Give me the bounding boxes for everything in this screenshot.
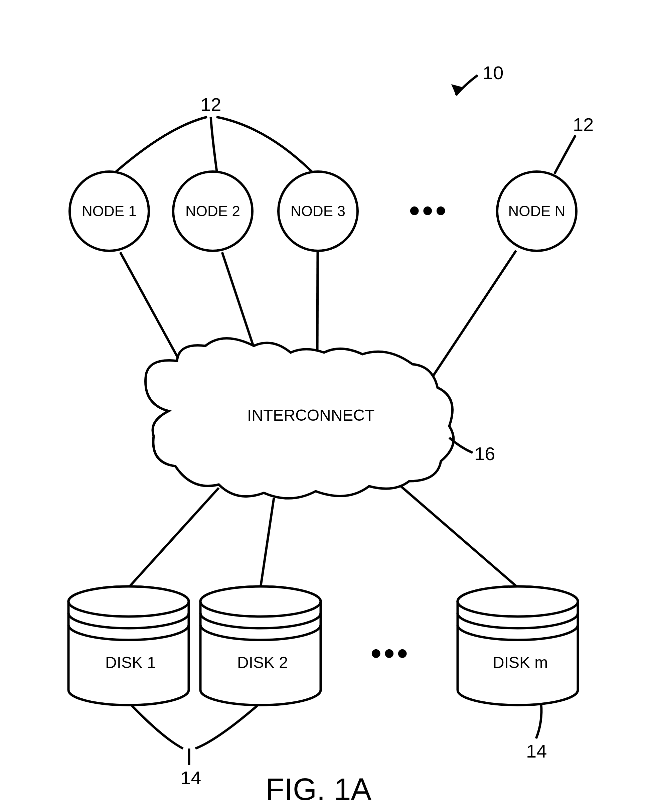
figure-caption: FIG. 1A — [266, 772, 371, 807]
diagram-canvas: 10 12 12 NODE 1 NODE 2 NODE 3 ••• NODE N… — [0, 0, 650, 812]
ref-disk-m-lead — [0, 0, 650, 812]
ref-disk-m: 14 — [526, 740, 547, 762]
